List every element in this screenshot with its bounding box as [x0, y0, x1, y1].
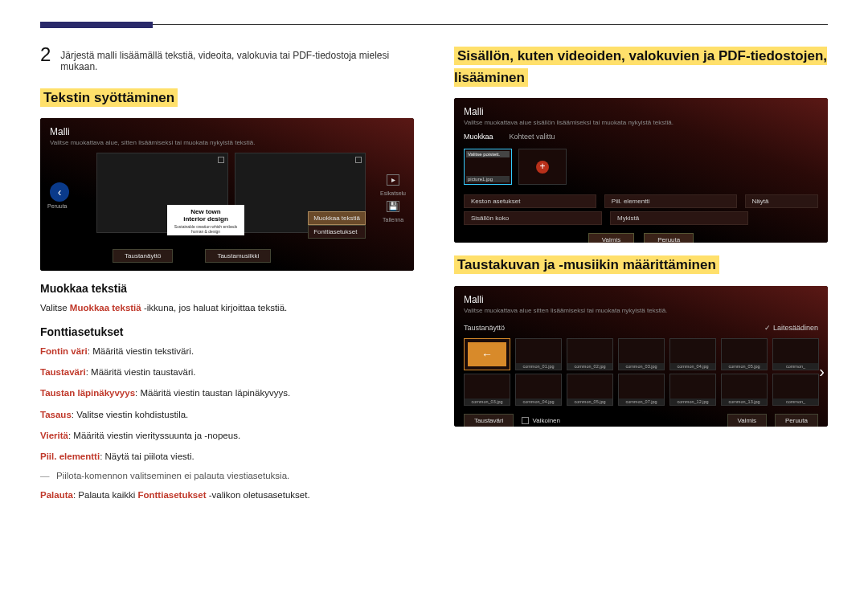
cell-hide-element[interactable]: Piil. elementti [604, 194, 737, 208]
mock2-buttons: Valmis Peruuta [454, 227, 828, 243]
step-text: Järjestä malli lisäämällä tekstiä, video… [60, 45, 414, 72]
page-columns: 2 Järjestä malli lisäämällä tekstiä, vid… [40, 45, 828, 509]
note-hide: Piilota-komennon valitseminen ei palauta… [40, 471, 414, 480]
screenshot-add-content: Malli Valitse muokattava alue sisällön l… [454, 98, 828, 243]
line-bg-color: Taustaväri: Määritä viestin taustaväri. [40, 366, 414, 378]
cell-duration[interactable]: Keston asetukset [464, 194, 596, 208]
back-icon[interactable]: ‹ [50, 182, 69, 202]
save-label: Tallenna [383, 217, 403, 223]
pill-background-display[interactable]: Taustanäyttö [113, 249, 173, 263]
mock1-text-overlay: New town interior design Sustainable cre… [167, 205, 244, 235]
tab-edit[interactable]: Muokkaa [464, 133, 493, 141]
mock2-row2: Sisällön koko Mykistä [454, 210, 828, 227]
step-row: 2 Järjestä malli lisäämällä tekstiä, vid… [40, 45, 414, 72]
back-label: Peruuta [47, 203, 68, 209]
mock2-tabs: Muokkaa Kohteet valittu [454, 133, 828, 141]
thumbnail[interactable]: common_03.jpg [464, 374, 510, 406]
checkbox-icon [522, 417, 529, 424]
mock1-right-buttons: ▸ Esikatselu 💾 Tallenna [380, 174, 406, 223]
mock3-title: Malli [454, 286, 828, 307]
mock3-thumbs-row2: common_03.jpgcommon_04.jpgcommon_05.jpgc… [454, 374, 828, 409]
mock3-sub: Valitse muokattava alue sitten lisäämise… [454, 307, 828, 321]
preview-icon[interactable]: ▸ [387, 174, 399, 186]
left-column: 2 Järjestä malli lisäämällä tekstiä, vid… [40, 45, 414, 509]
line-font-color: Fontin väri: Määritä viestin tekstiväri. [40, 345, 414, 358]
cell-show[interactable]: Näytä [745, 194, 818, 208]
option-edit-text[interactable]: Muokkaa tekstiä [308, 211, 366, 225]
thumbnail[interactable]: common_05.jpg [567, 374, 613, 406]
checkbox-white[interactable]: Valkoinen [522, 417, 560, 424]
subheading-edit-text: Muokkaa tekstiä [40, 282, 414, 295]
mock2-title: Malli [454, 98, 828, 119]
mock2-sub: Valitse muokattava alue sisällön lisäämi… [454, 119, 828, 133]
line-scroll: Vieritä: Määritä viestin vierityssuunta … [40, 429, 414, 442]
screenshot-text-entry: Malli Valitse muokattava alue, sitten li… [40, 118, 414, 271]
mock1-sub: Valitse muokattava alue, sitten lisäämis… [40, 139, 414, 153]
thumbnail[interactable]: ← [464, 338, 510, 370]
chevron-right-icon[interactable]: › [819, 362, 825, 381]
thumbnail[interactable]: common_04.jpg [669, 338, 716, 370]
preview-label: Esikatselu [380, 190, 406, 196]
line-bg-opacity: Taustan läpinäkyvyys: Määritä viestin ta… [40, 386, 414, 399]
thumbnail[interactable]: common_01.jpg [515, 338, 562, 370]
heading-add-content: Sisällön, kuten videoiden, valokuvien ja… [454, 45, 828, 88]
subheading-font-settings: Fonttiasetukset [40, 325, 414, 338]
line-edit-text-desc: Valitse Muokkaa tekstiä -ikkuna, jos hal… [40, 301, 414, 314]
line-reset: Palauta: Palauta kaikki Fonttiasetukset … [40, 488, 414, 501]
tab-selected[interactable]: Kohteet valittu [510, 133, 555, 141]
cell-mute[interactable]: Mykistä [610, 211, 748, 225]
hdr-left: Taustanäyttö [464, 324, 505, 332]
save-icon[interactable]: 💾 [387, 201, 399, 212]
option-font-settings[interactable]: Fonttiasetukset [308, 225, 366, 239]
line-hide-element: Piil. elementti: Näytä tai piilota viest… [40, 450, 414, 463]
mock1-option-menu: Muokkaa tekstiä Fonttiasetukset [308, 211, 366, 239]
thumbnail[interactable]: common_13.jpg [721, 374, 768, 406]
pill-cancel[interactable]: Peruuta [775, 414, 818, 427]
pill-background-music[interactable]: Taustamusiikki [205, 249, 271, 263]
heading-background: Taustakuvan ja -musiikin määrittäminen [454, 254, 828, 276]
thumbnail[interactable]: common_07.jpg [618, 374, 665, 406]
thumbnail[interactable]: common_ [772, 374, 819, 406]
cancel-button[interactable]: Peruuta [644, 233, 694, 243]
mock1-title: Malli [40, 118, 414, 139]
thumbnail[interactable]: common_05.jpg [721, 338, 768, 370]
plus-icon: + [536, 161, 549, 174]
mock3-thumbs-row1: ←common_01.jpgcommon_02.jpgcommon_03.jpg… [454, 335, 828, 374]
cell-content-size[interactable]: Sisällön koko [464, 211, 602, 225]
pill-done[interactable]: Valmis [727, 414, 767, 427]
hdr-right[interactable]: ✓ Laitesäädinen [764, 324, 818, 332]
thumbnail[interactable]: common_04.jpg [515, 374, 562, 406]
mock3-header-row: Taustanäyttö ✓ Laitesäädinen [454, 321, 828, 335]
thumbnail[interactable]: common_02.jpg [567, 338, 613, 370]
screenshot-background: Malli Valitse muokattava alue sitten lis… [454, 286, 828, 427]
mock2-row1: Keston asetukset Piil. elementti Näytä [454, 193, 828, 210]
done-button[interactable]: Valmis [588, 233, 634, 243]
step-number: 2 [40, 45, 51, 72]
top-rule [40, 24, 828, 25]
heading-text-input: Tekstin syöttäminen [40, 87, 414, 108]
mock1-bottom-pills: Taustanäyttö Taustamusiikki [113, 249, 271, 263]
thumbnail[interactable]: common_12.jpg [669, 374, 716, 406]
line-align: Tasaus: Valitse viestin kohdistustila. [40, 408, 414, 421]
mock2-tiles: Valitse poistett. picture1.jpg + [454, 141, 828, 193]
mock2-tile-add[interactable]: + [518, 149, 567, 185]
thumbnail[interactable]: common_03.jpg [618, 338, 665, 370]
pill-bg-color[interactable]: Taustaväri [464, 414, 514, 427]
thumbnail[interactable]: common_ [772, 338, 819, 370]
mock2-tile-selected[interactable]: Valitse poistett. picture1.jpg [464, 149, 512, 185]
right-column: Sisällön, kuten videoiden, valokuvien ja… [454, 45, 828, 509]
mock3-footer-bar: Taustaväri Valkoinen Valmis Peruuta [454, 409, 828, 427]
